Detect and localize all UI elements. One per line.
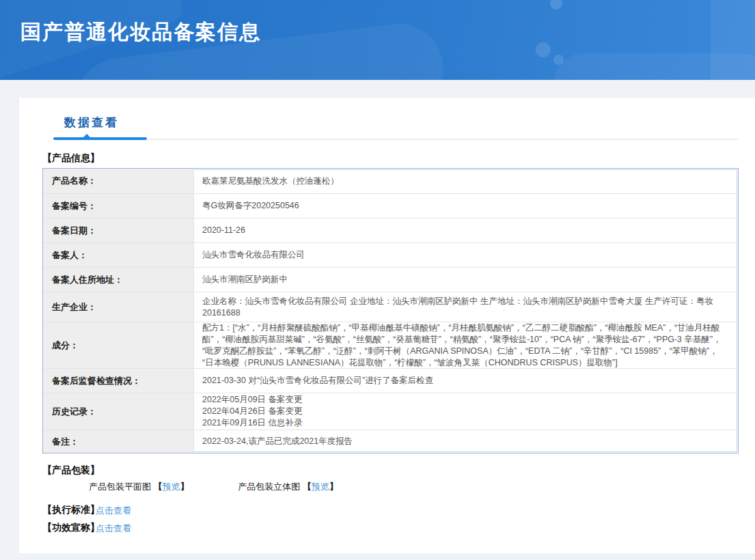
bracket-close: 】 (180, 481, 189, 492)
row-label: 备案后监督检查情况： (43, 369, 194, 393)
row-value: 汕头市雪奇化妆品有限公司 (194, 243, 738, 267)
table-row-filing-date: 备案日期： 2020-11-26 (43, 218, 738, 242)
bracket-close: 】 (329, 481, 338, 492)
row-label: 备案人： (43, 243, 194, 267)
row-value: 2022-03-24,该产品已完成2021年度报告 (194, 430, 738, 453)
row-label: 备案人住所地址： (43, 268, 194, 292)
banner-decor-blob-right (553, 53, 755, 80)
packaging-flat-label: 产品包装平面图 (89, 481, 154, 492)
row-label: 历史记录： (43, 393, 194, 430)
row-value: 配方1：[“水”，“月桂醇聚醚硫酸酯钠”，“甲基椰油酰基牛磺酸钠”，“月桂酰肌氨… (194, 322, 738, 368)
row-label: 生产企业： (43, 292, 194, 322)
table-row-manufacturer: 生产企业： 企业名称：汕头市雪奇化妆品有限公司 企业地址：汕头市潮南区胪岗新中 … (43, 292, 738, 322)
product-info-table: 产品名称： 欧嘉莱尼氨基酸洗发水（控油蓬松） 备案编号： 粤G妆网备字20202… (42, 168, 739, 453)
section-heading-efficacy: 【功效宣称】 (42, 522, 100, 534)
packaging-3d-preview-link[interactable]: 预览 (312, 481, 329, 492)
row-label: 备注： (43, 430, 194, 453)
packaging-flat-preview-link[interactable]: 预览 (163, 481, 180, 492)
table-row-ingredients: 成分： 配方1：[“水”，“月桂醇聚醚硫酸酯钠”，“甲基椰油酰基牛磺酸钠”，“月… (43, 322, 738, 368)
tab-data-view[interactable]: 数据查看 (64, 115, 119, 130)
page-header-banner: 国产普通化妆品备案信息 (0, 0, 755, 80)
table-row-filing-number: 备案编号： 粤G妆网备字2020250546 (43, 193, 738, 218)
row-label: 备案编号： (43, 194, 194, 218)
section-heading-product-info: 【产品信息】 (42, 152, 100, 165)
banner-decor-strip (711, 0, 755, 80)
packaging-flat-item: 产品包装平面图 【预览】 (89, 481, 189, 493)
table-row-product-name: 产品名称： 欧嘉莱尼氨基酸洗发水（控油蓬松） (43, 169, 738, 193)
row-value: 粤G妆网备字2020250546 (194, 194, 738, 218)
row-value: 企业名称：汕头市雪奇化妆品有限公司 企业地址：汕头市潮南区胪岗新中 生产地址：汕… (194, 292, 738, 322)
row-label: 成分： (43, 322, 194, 368)
row-value: 2021-03-30 对“汕头市雪奇化妆品有限公司”进行了备案后检查 (194, 369, 738, 393)
section-heading-standard: 【执行标准】 (42, 504, 100, 516)
row-value: 汕头市潮南区胪岗新中 (194, 268, 738, 292)
tab-divider (53, 137, 739, 141)
page-title: 国产普通化妆品备案信息 (20, 18, 261, 46)
tab-active-indicator (53, 137, 147, 140)
packaging-3d-item: 产品包装立体图 【预览】 (238, 481, 338, 493)
table-row-remarks: 备注： 2022-03-24,该产品已完成2021年度报告 (43, 430, 738, 453)
efficacy-view-link[interactable]: 点击查看 (96, 522, 131, 535)
table-row-filer-address: 备案人住所地址： 汕头市潮南区胪岗新中 (43, 267, 738, 292)
section-heading-packaging: 【产品包装】 (42, 464, 100, 477)
row-label: 产品名称： (43, 169, 194, 193)
table-row-history: 历史记录： 2022年05月09日 备案变更 2022年04月26日 备案变更 … (43, 393, 738, 430)
bracket-open: 【 (303, 481, 312, 492)
bracket-open: 【 (154, 481, 163, 492)
packaging-links-row: 产品包装平面图 【预览】 产品包装立体图 【预览】 (89, 481, 338, 493)
standard-view-link[interactable]: 点击查看 (96, 505, 131, 517)
table-row-filer: 备案人： 汕头市雪奇化妆品有限公司 (43, 242, 738, 267)
packaging-3d-label: 产品包装立体图 (238, 481, 303, 492)
tab-divider-line (147, 139, 739, 140)
row-value: 欧嘉莱尼氨基酸洗发水（控油蓬松） (194, 169, 738, 193)
row-value: 2022年05月09日 备案变更 2022年04月26日 备案变更 2021年0… (194, 393, 738, 430)
row-value: 2020-11-26 (194, 219, 738, 242)
table-row-post-filing-inspection: 备案后监督检查情况： 2021-03-30 对“汕头市雪奇化妆品有限公司”进行了… (43, 368, 738, 393)
banner-decor-dot-1 (550, 0, 562, 10)
content-card: 数据查看 【产品信息】 产品名称： 欧嘉莱尼氨基酸洗发水（控油蓬松） 备案编号：… (19, 98, 755, 553)
row-label: 备案日期： (43, 219, 194, 242)
banner-decor-dot-2 (536, 42, 551, 57)
banner-decor-dot-3 (553, 55, 564, 65)
